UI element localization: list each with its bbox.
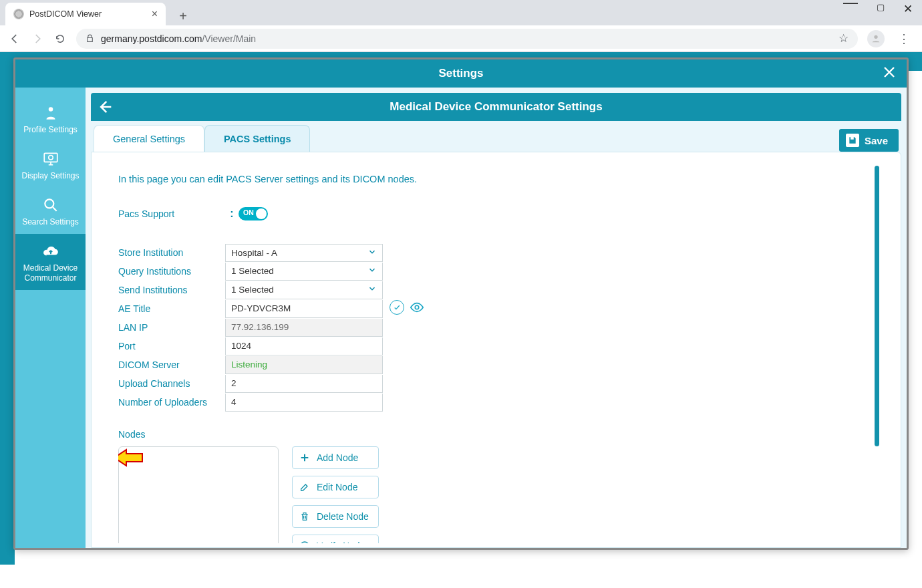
cloud-upload-icon (42, 242, 59, 261)
tab-title: PostDICOM Viewer (29, 9, 102, 19)
settings-subheader: Medical Device Communicator Settings (91, 93, 901, 121)
svg-point-5 (415, 305, 419, 309)
modal-close-button[interactable] (881, 64, 897, 84)
edit-node-button[interactable]: Edit Node (292, 476, 379, 498)
svg-point-4 (45, 199, 53, 208)
browser-menu-icon[interactable]: ⋮ (894, 31, 914, 46)
pacs-settings-panel: In this page you can edit PACS Server se… (91, 152, 901, 548)
delete-node-button[interactable]: Delete Node (292, 505, 379, 528)
window-minimize-icon[interactable]: — (843, 0, 858, 13)
url-box[interactable]: germany.postdicom.com/Viewer/Main ☆ (76, 29, 858, 49)
port-label: Port (118, 341, 225, 351)
panel-intro-text: In this page you can edit PACS Server se… (118, 174, 871, 184)
settings-tabs: General Settings PACS Settings (94, 125, 310, 152)
nav-back-button[interactable] (8, 32, 21, 45)
ae-title-input[interactable]: PD-YDVCR3M (225, 300, 383, 318)
lan-ip-field: 77.92.136.199 (225, 319, 383, 337)
svg-point-1 (48, 107, 53, 112)
lan-ip-label: LAN IP (118, 322, 225, 333)
nav-reload-button[interactable] (53, 32, 67, 45)
store-institution-label: Store Institution (118, 247, 225, 258)
upload-channels-input[interactable]: 2 (225, 375, 383, 393)
store-institution-select[interactable]: Hospital - A (225, 244, 383, 262)
tab-close-icon[interactable]: × (152, 8, 158, 20)
query-institutions-label: Query Institutions (118, 266, 225, 277)
nav-medical-device-communicator[interactable]: Medical Device Communicator (15, 234, 86, 290)
check-circle-icon (299, 541, 310, 543)
monitor-icon (42, 150, 59, 168)
browser-profile-avatar[interactable] (867, 30, 885, 47)
settings-left-nav: Profile Settings Display Settings Search… (15, 88, 86, 548)
send-institutions-select[interactable]: 1 Selected (225, 281, 383, 299)
url-text: germany.postdicom.com/Viewer/Main (101, 33, 256, 44)
svg-marker-7 (118, 450, 142, 466)
lock-icon (86, 34, 94, 43)
modal-header: Settings (15, 59, 907, 88)
nodes-label: Nodes (118, 429, 871, 440)
bookmark-star-icon[interactable]: ☆ (838, 31, 849, 45)
settings-content: Medical Device Communicator Settings Gen… (86, 88, 907, 548)
plus-icon (299, 452, 310, 463)
nav-search-settings[interactable]: Search Settings (15, 188, 86, 234)
trash-icon (299, 511, 310, 522)
modal-title: Settings (438, 67, 483, 80)
nav-display-settings[interactable]: Display Settings (15, 142, 86, 188)
subheader-back-button[interactable] (91, 98, 119, 116)
tab-general-settings[interactable]: General Settings (94, 125, 204, 152)
person-icon (42, 104, 59, 122)
eye-icon[interactable] (410, 300, 424, 317)
verify-node-button[interactable]: Verify Node (292, 535, 379, 543)
add-node-button[interactable]: Add Node (292, 446, 379, 469)
svg-point-0 (874, 35, 877, 38)
subheader-title: Medical Device Communicator Settings (119, 100, 873, 114)
window-close-icon[interactable]: ✕ (903, 2, 913, 16)
chevron-down-icon (367, 265, 377, 277)
panel-scrollbar[interactable] (875, 166, 879, 446)
svg-rect-2 (44, 153, 57, 162)
settings-modal: Settings Profile Settings (13, 57, 909, 550)
nav-forward-button (31, 32, 44, 45)
edit-icon (299, 482, 310, 492)
num-uploaders-label: Number of Uploaders (118, 397, 225, 408)
query-institutions-select[interactable]: 1 Selected (225, 263, 383, 281)
browser-address-bar: germany.postdicom.com/Viewer/Main ☆ ⋮ (0, 25, 922, 52)
nav-profile-settings[interactable]: Profile Settings (15, 96, 86, 142)
ae-title-label: AE Title (118, 303, 225, 314)
chevron-down-icon (367, 284, 377, 295)
save-icon (846, 134, 859, 147)
browser-tab[interactable]: PostDICOM Viewer × (5, 3, 166, 25)
send-institutions-label: Send Institutions (118, 285, 225, 295)
magnifier-icon (42, 196, 59, 214)
browser-tabbar: PostDICOM Viewer × + — ▢ ✕ (0, 0, 922, 25)
new-tab-button[interactable]: + (174, 7, 192, 25)
pacs-support-row: Pacs Support : ON (118, 204, 871, 223)
chevron-down-icon (367, 247, 377, 259)
dicom-server-status: Listening (225, 356, 383, 374)
pacs-support-label: Pacs Support (118, 208, 225, 219)
annotation-arrow-icon (118, 448, 144, 468)
tab-pacs-settings[interactable]: PACS Settings (204, 125, 310, 152)
save-button[interactable]: Save (839, 129, 899, 152)
num-uploaders-input[interactable]: 4 (225, 394, 383, 412)
tab-favicon (13, 9, 24, 19)
port-input[interactable]: 1024 (225, 337, 383, 355)
svg-point-3 (48, 156, 53, 160)
pacs-support-toggle[interactable]: ON (239, 207, 268, 220)
dicom-server-label: DICOM Server (118, 359, 225, 370)
toggle-knob (256, 208, 267, 219)
check-circle-icon[interactable] (390, 300, 404, 315)
svg-point-6 (301, 542, 309, 543)
window-maximize-icon[interactable]: ▢ (877, 2, 885, 16)
upload-channels-label: Upload Channels (118, 378, 225, 389)
